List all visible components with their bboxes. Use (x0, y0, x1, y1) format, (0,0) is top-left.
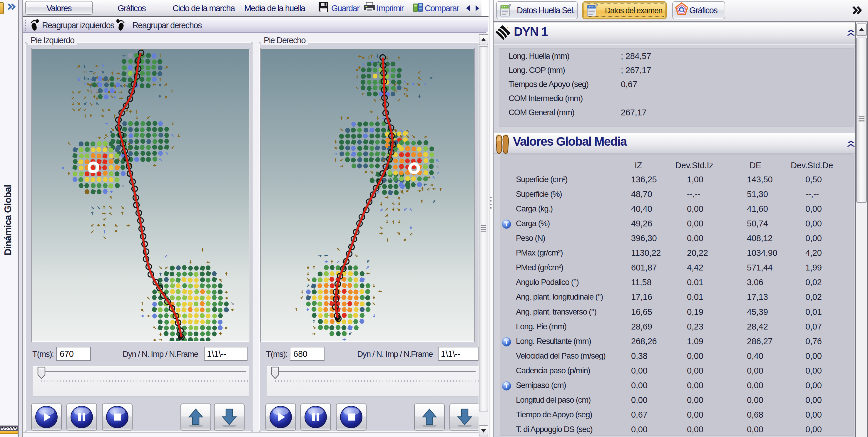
svg-text:i: i (505, 382, 508, 390)
svg-text:i: i (505, 221, 508, 228)
svg-text:i: i (505, 338, 508, 346)
